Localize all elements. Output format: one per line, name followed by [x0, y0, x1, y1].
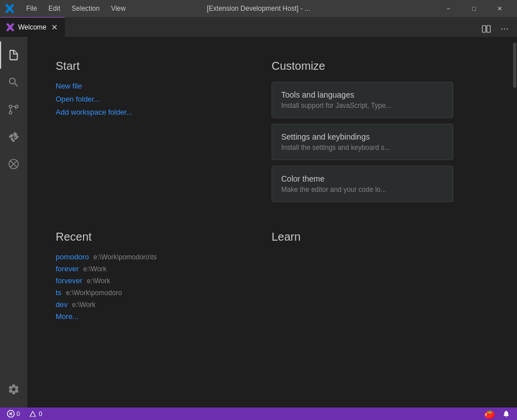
files-icon — [7, 49, 20, 61]
activity-remote[interactable] — [0, 150, 27, 178]
learn-section: Learn — [272, 230, 453, 321]
new-file-link[interactable]: New file — [56, 82, 237, 90]
activity-bar — [0, 37, 27, 408]
settings-keybindings-card[interactable]: Settings and keybindings Install the set… — [272, 124, 453, 160]
svg-rect-1 — [487, 26, 490, 32]
settings-card-desc: Install the settings and keyboard s... — [281, 144, 444, 152]
svg-point-2 — [9, 105, 12, 108]
more-link[interactable]: More... — [56, 312, 237, 321]
activity-extensions[interactable] — [0, 123, 27, 150]
tomato-icon: 🍅 — [484, 409, 495, 419]
recent-name-3[interactable]: ts — [56, 288, 61, 297]
split-editor-button[interactable] — [478, 21, 494, 37]
start-title: Start — [56, 60, 237, 73]
maximize-button[interactable]: □ — [461, 0, 487, 17]
recent-path-3: e:\Work\pomodoro — [66, 289, 122, 297]
status-bar: 0 0 🍅 — [0, 408, 517, 420]
title-bar: File Edit Selection View [Extension Deve… — [0, 0, 517, 17]
tab-welcome-label: Welcome — [18, 23, 47, 31]
activity-bottom — [0, 376, 27, 408]
open-folder-link[interactable]: Open folder... — [56, 95, 237, 103]
editor-area: Start New file Open folder... Add worksp… — [27, 37, 512, 408]
activity-source-control[interactable] — [0, 96, 27, 123]
tab-welcome[interactable]: Welcome ✕ — [0, 17, 65, 37]
warning-icon — [29, 410, 37, 418]
tab-close-button[interactable]: ✕ — [50, 23, 59, 32]
recent-name-1[interactable]: forever — [56, 264, 78, 273]
color-theme-card-desc: Make the editor and your code lo... — [281, 186, 444, 194]
svg-point-3 — [9, 111, 12, 114]
tab-vscode-icon — [6, 23, 15, 32]
window-controls: − □ ✕ — [436, 0, 512, 17]
close-button[interactable]: ✕ — [487, 0, 512, 17]
app: Welcome ✕ ⋯ — [0, 17, 517, 420]
menu-edit[interactable]: Edit — [44, 3, 65, 14]
recent-item-3: ts e:\Work\pomodoro — [56, 288, 237, 297]
status-tomato[interactable]: 🍅 — [482, 409, 498, 419]
error-icon — [7, 410, 15, 418]
status-warnings[interactable]: 0 — [27, 410, 44, 418]
extensions-icon — [7, 131, 20, 143]
menu-selection[interactable]: Selection — [67, 3, 104, 14]
error-count: 0 — [16, 410, 20, 417]
more-actions-button[interactable]: ⋯ — [497, 21, 512, 37]
tab-bar: Welcome ✕ ⋯ — [0, 17, 517, 37]
settings-card-title: Settings and keybindings — [281, 132, 444, 141]
color-theme-card-title: Color theme — [281, 174, 444, 183]
scroll-bar[interactable] — [512, 37, 517, 408]
tab-actions: ⋯ — [478, 21, 517, 37]
add-workspace-link[interactable]: Add workspace folder... — [56, 108, 237, 116]
tools-card-desc: Install support for JavaScript, Type... — [281, 102, 444, 110]
recent-path-4: e:\Work — [72, 301, 95, 309]
customize-section: Customize Tools and languages Install su… — [272, 60, 453, 208]
menu-file[interactable]: File — [22, 3, 41, 14]
recent-name-0[interactable]: pomodoro — [56, 253, 89, 261]
recent-path-2: e:\Work — [87, 277, 110, 285]
menu-view[interactable]: View — [106, 3, 130, 14]
recent-item-2: forvever e:\Work — [56, 276, 237, 285]
recent-name-2[interactable]: forvever — [56, 276, 82, 285]
tools-card-title: Tools and languages — [281, 90, 444, 99]
recent-name-4[interactable]: dev — [56, 300, 68, 309]
recent-section: Recent pomodoro e:\Work\pomodoro\ts fore… — [56, 230, 237, 321]
svg-rect-7 — [32, 413, 33, 415]
svg-point-8 — [32, 415, 33, 415]
source-control-icon — [7, 103, 20, 116]
title-bar-title: [Extension Development Host] - ... — [207, 5, 310, 12]
status-bell[interactable] — [500, 410, 512, 418]
recent-item-0: pomodoro e:\Work\pomodoro\ts — [56, 253, 237, 261]
content-area: Start New file Open folder... Add worksp… — [0, 37, 517, 408]
menu-bar: File Edit Selection View — [22, 3, 130, 14]
warning-count: 0 — [39, 410, 42, 417]
scroll-thumb[interactable] — [513, 43, 516, 88]
welcome-content: Start New file Open folder... Add worksp… — [56, 60, 453, 321]
recent-item-4: dev e:\Work — [56, 300, 237, 309]
learn-title: Learn — [272, 230, 453, 243]
recent-path-0: e:\Work\pomodoro\ts — [94, 253, 157, 261]
status-right: 🍅 — [482, 409, 512, 419]
recent-title: Recent — [56, 230, 237, 243]
gear-icon — [7, 383, 20, 396]
bell-icon — [502, 410, 510, 418]
recent-item-1: forever e:\Work — [56, 264, 237, 273]
svg-rect-0 — [482, 26, 486, 32]
activity-explorer[interactable] — [0, 41, 27, 69]
split-editor-icon — [482, 24, 491, 33]
recent-path-1: e:\Work — [83, 265, 106, 273]
vscode-logo-icon — [5, 3, 15, 14]
customize-title: Customize — [272, 60, 453, 73]
minimize-button[interactable]: − — [436, 0, 461, 17]
activity-search[interactable] — [0, 69, 27, 96]
start-section: Start New file Open folder... Add worksp… — [56, 60, 237, 208]
title-bar-left: File Edit Selection View — [5, 3, 130, 14]
tools-languages-card[interactable]: Tools and languages Install support for … — [272, 82, 453, 118]
status-errors[interactable]: 0 — [5, 410, 22, 418]
search-icon — [7, 76, 20, 89]
activity-settings[interactable] — [0, 376, 27, 403]
remote-icon — [7, 158, 20, 170]
color-theme-card[interactable]: Color theme Make the editor and your cod… — [272, 166, 453, 202]
